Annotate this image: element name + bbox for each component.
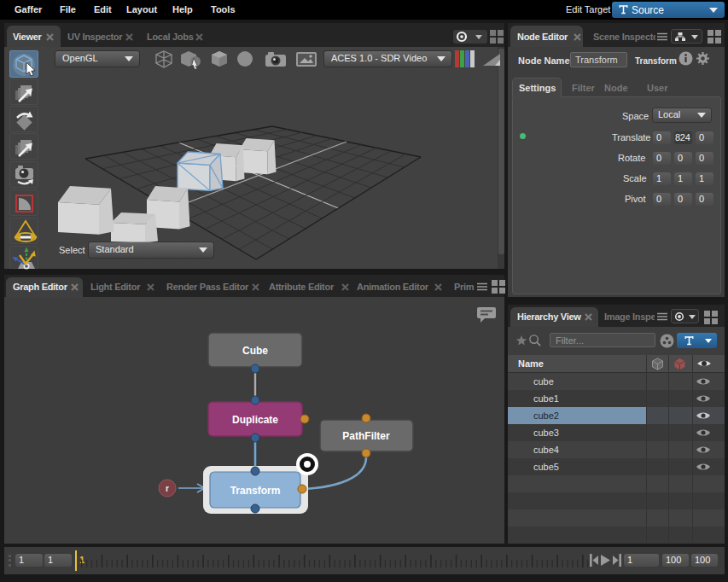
svg-text:Cube: Cube — [242, 345, 268, 357]
svg-text:Transform: Transform — [230, 485, 281, 497]
svg-text:r: r — [166, 484, 169, 493]
svg-text:Duplicate: Duplicate — [232, 414, 278, 426]
svg-text:PathFilter: PathFilter — [342, 430, 390, 442]
